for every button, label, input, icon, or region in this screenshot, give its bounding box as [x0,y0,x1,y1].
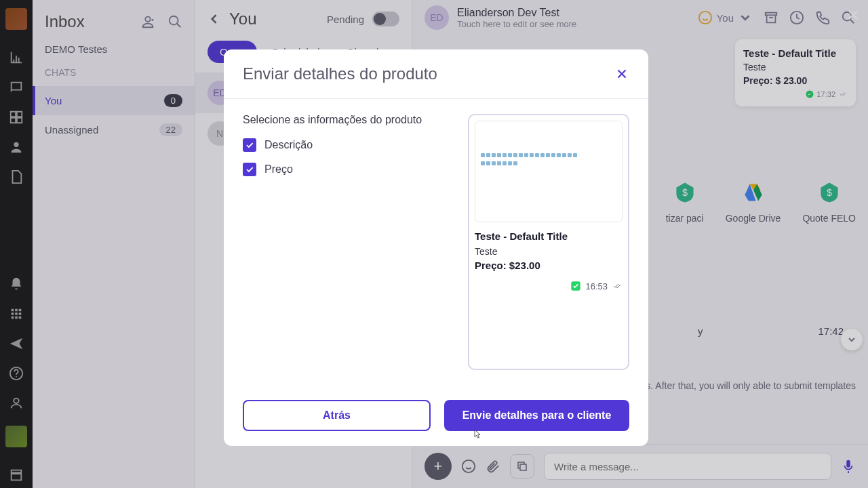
modal-title: Enviar detalhes do produto [243,64,437,83]
preview-timestamp: 16:53 [475,281,623,291]
back-button[interactable]: Atrás [243,400,431,431]
preview-price: Preço: $23.00 [475,260,623,271]
modal-body: Selecione as informações do produto Desc… [224,99,648,385]
checkbox-icon [243,163,256,176]
send-details-button[interactable]: Envie detalhes para o cliente [444,400,629,431]
check-preco[interactable]: Preço [243,163,452,176]
check-descricao[interactable]: Descrição [243,138,452,152]
modal-footer: Atrás Envie detalhes para o cliente [224,385,648,446]
check-label: Descrição [264,139,313,151]
checkbox-icon [243,138,256,152]
product-details-modal: Enviar detalhes do produto Selecione as … [224,49,648,446]
product-preview-card: Teste - Default Title Teste Preço: $23.0… [468,114,629,370]
preview-desc: Teste [475,246,623,257]
preview-image [475,121,623,222]
modal-subtitle: Selecione as informações do produto [243,114,452,126]
preview-title: Teste - Default Title [475,230,623,242]
check-label: Preço [264,163,293,176]
close-icon[interactable] [614,66,629,81]
modal-header: Enviar detalhes do produto [224,49,648,99]
